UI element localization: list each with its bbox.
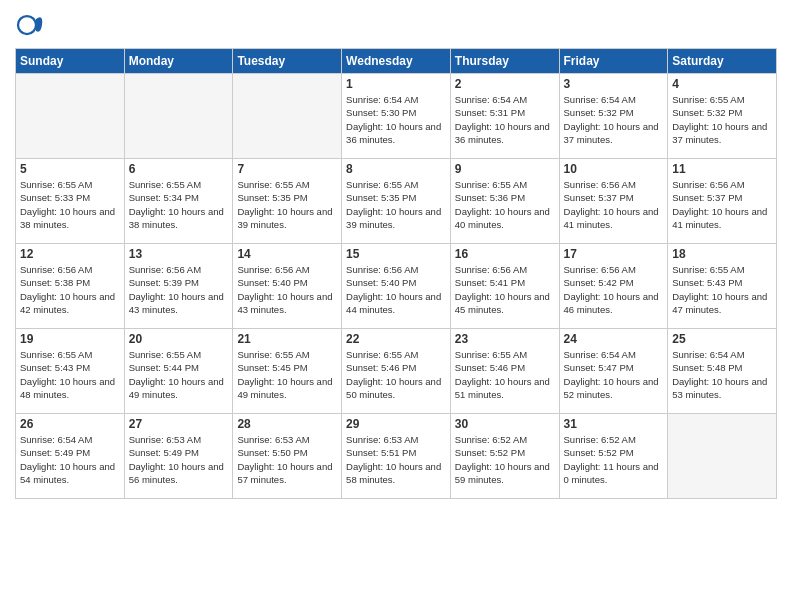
- calendar-cell: 23 Sunrise: 6:55 AMSunset: 5:46 PMDaylig…: [450, 329, 559, 414]
- day-number: 21: [237, 332, 337, 346]
- day-info: Sunrise: 6:54 AMSunset: 5:49 PMDaylight:…: [20, 433, 120, 486]
- day-number: 8: [346, 162, 446, 176]
- day-info: Sunrise: 6:55 AMSunset: 5:36 PMDaylight:…: [455, 178, 555, 231]
- day-number: 20: [129, 332, 229, 346]
- day-number: 14: [237, 247, 337, 261]
- calendar-cell: 16 Sunrise: 6:56 AMSunset: 5:41 PMDaylig…: [450, 244, 559, 329]
- day-number: 7: [237, 162, 337, 176]
- day-info: Sunrise: 6:55 AMSunset: 5:44 PMDaylight:…: [129, 348, 229, 401]
- calendar-cell: 12 Sunrise: 6:56 AMSunset: 5:38 PMDaylig…: [16, 244, 125, 329]
- day-info: Sunrise: 6:55 AMSunset: 5:45 PMDaylight:…: [237, 348, 337, 401]
- calendar-cell: 8 Sunrise: 6:55 AMSunset: 5:35 PMDayligh…: [342, 159, 451, 244]
- day-number: 2: [455, 77, 555, 91]
- day-info: Sunrise: 6:56 AMSunset: 5:40 PMDaylight:…: [237, 263, 337, 316]
- day-info: Sunrise: 6:55 AMSunset: 5:33 PMDaylight:…: [20, 178, 120, 231]
- day-info: Sunrise: 6:54 AMSunset: 5:32 PMDaylight:…: [564, 93, 664, 146]
- day-info: Sunrise: 6:56 AMSunset: 5:41 PMDaylight:…: [455, 263, 555, 316]
- weekday-header-thursday: Thursday: [450, 49, 559, 74]
- day-info: Sunrise: 6:55 AMSunset: 5:35 PMDaylight:…: [237, 178, 337, 231]
- day-number: 3: [564, 77, 664, 91]
- svg-point-0: [18, 16, 36, 34]
- calendar-cell: 25 Sunrise: 6:54 AMSunset: 5:48 PMDaylig…: [668, 329, 777, 414]
- calendar-cell: 11 Sunrise: 6:56 AMSunset: 5:37 PMDaylig…: [668, 159, 777, 244]
- day-number: 1: [346, 77, 446, 91]
- day-info: Sunrise: 6:55 AMSunset: 5:46 PMDaylight:…: [346, 348, 446, 401]
- day-number: 30: [455, 417, 555, 431]
- calendar-cell: 6 Sunrise: 6:55 AMSunset: 5:34 PMDayligh…: [124, 159, 233, 244]
- logo-icon: [15, 10, 45, 40]
- calendar-cell: 20 Sunrise: 6:55 AMSunset: 5:44 PMDaylig…: [124, 329, 233, 414]
- day-info: Sunrise: 6:56 AMSunset: 5:42 PMDaylight:…: [564, 263, 664, 316]
- calendar-cell: 22 Sunrise: 6:55 AMSunset: 5:46 PMDaylig…: [342, 329, 451, 414]
- day-number: 16: [455, 247, 555, 261]
- weekday-header-monday: Monday: [124, 49, 233, 74]
- day-number: 23: [455, 332, 555, 346]
- day-number: 26: [20, 417, 120, 431]
- day-number: 9: [455, 162, 555, 176]
- day-info: Sunrise: 6:56 AMSunset: 5:38 PMDaylight:…: [20, 263, 120, 316]
- calendar-cell: 31 Sunrise: 6:52 AMSunset: 5:52 PMDaylig…: [559, 414, 668, 499]
- week-row-4: 19 Sunrise: 6:55 AMSunset: 5:43 PMDaylig…: [16, 329, 777, 414]
- day-info: Sunrise: 6:54 AMSunset: 5:47 PMDaylight:…: [564, 348, 664, 401]
- calendar-cell: 19 Sunrise: 6:55 AMSunset: 5:43 PMDaylig…: [16, 329, 125, 414]
- page-container: SundayMondayTuesdayWednesdayThursdayFrid…: [0, 0, 792, 504]
- day-number: 29: [346, 417, 446, 431]
- day-info: Sunrise: 6:56 AMSunset: 5:37 PMDaylight:…: [564, 178, 664, 231]
- calendar-cell: 17 Sunrise: 6:56 AMSunset: 5:42 PMDaylig…: [559, 244, 668, 329]
- logo: [15, 10, 49, 40]
- calendar-cell: 10 Sunrise: 6:56 AMSunset: 5:37 PMDaylig…: [559, 159, 668, 244]
- calendar-cell: [668, 414, 777, 499]
- day-number: 24: [564, 332, 664, 346]
- day-info: Sunrise: 6:55 AMSunset: 5:43 PMDaylight:…: [20, 348, 120, 401]
- weekday-header-wednesday: Wednesday: [342, 49, 451, 74]
- day-info: Sunrise: 6:56 AMSunset: 5:40 PMDaylight:…: [346, 263, 446, 316]
- calendar-cell: 21 Sunrise: 6:55 AMSunset: 5:45 PMDaylig…: [233, 329, 342, 414]
- calendar-cell: 13 Sunrise: 6:56 AMSunset: 5:39 PMDaylig…: [124, 244, 233, 329]
- day-number: 28: [237, 417, 337, 431]
- day-number: 5: [20, 162, 120, 176]
- weekday-header-sunday: Sunday: [16, 49, 125, 74]
- day-number: 17: [564, 247, 664, 261]
- day-number: 4: [672, 77, 772, 91]
- day-info: Sunrise: 6:54 AMSunset: 5:48 PMDaylight:…: [672, 348, 772, 401]
- day-number: 18: [672, 247, 772, 261]
- day-info: Sunrise: 6:55 AMSunset: 5:34 PMDaylight:…: [129, 178, 229, 231]
- weekday-header-row: SundayMondayTuesdayWednesdayThursdayFrid…: [16, 49, 777, 74]
- day-number: 31: [564, 417, 664, 431]
- calendar-cell: 3 Sunrise: 6:54 AMSunset: 5:32 PMDayligh…: [559, 74, 668, 159]
- calendar-cell: 26 Sunrise: 6:54 AMSunset: 5:49 PMDaylig…: [16, 414, 125, 499]
- weekday-header-friday: Friday: [559, 49, 668, 74]
- day-number: 27: [129, 417, 229, 431]
- day-info: Sunrise: 6:55 AMSunset: 5:43 PMDaylight:…: [672, 263, 772, 316]
- day-number: 15: [346, 247, 446, 261]
- calendar-cell: 18 Sunrise: 6:55 AMSunset: 5:43 PMDaylig…: [668, 244, 777, 329]
- calendar-cell: 30 Sunrise: 6:52 AMSunset: 5:52 PMDaylig…: [450, 414, 559, 499]
- header: [15, 10, 777, 40]
- weekday-header-saturday: Saturday: [668, 49, 777, 74]
- calendar-table: SundayMondayTuesdayWednesdayThursdayFrid…: [15, 48, 777, 499]
- day-info: Sunrise: 6:54 AMSunset: 5:30 PMDaylight:…: [346, 93, 446, 146]
- week-row-3: 12 Sunrise: 6:56 AMSunset: 5:38 PMDaylig…: [16, 244, 777, 329]
- day-info: Sunrise: 6:56 AMSunset: 5:37 PMDaylight:…: [672, 178, 772, 231]
- calendar-cell: [233, 74, 342, 159]
- day-info: Sunrise: 6:52 AMSunset: 5:52 PMDaylight:…: [564, 433, 664, 486]
- day-info: Sunrise: 6:53 AMSunset: 5:51 PMDaylight:…: [346, 433, 446, 486]
- calendar-cell: 29 Sunrise: 6:53 AMSunset: 5:51 PMDaylig…: [342, 414, 451, 499]
- calendar-cell: [124, 74, 233, 159]
- day-info: Sunrise: 6:55 AMSunset: 5:46 PMDaylight:…: [455, 348, 555, 401]
- day-number: 19: [20, 332, 120, 346]
- day-number: 13: [129, 247, 229, 261]
- week-row-1: 1 Sunrise: 6:54 AMSunset: 5:30 PMDayligh…: [16, 74, 777, 159]
- calendar-cell: 27 Sunrise: 6:53 AMSunset: 5:49 PMDaylig…: [124, 414, 233, 499]
- calendar-cell: 14 Sunrise: 6:56 AMSunset: 5:40 PMDaylig…: [233, 244, 342, 329]
- day-info: Sunrise: 6:54 AMSunset: 5:31 PMDaylight:…: [455, 93, 555, 146]
- day-number: 25: [672, 332, 772, 346]
- day-number: 22: [346, 332, 446, 346]
- day-number: 10: [564, 162, 664, 176]
- calendar-cell: 24 Sunrise: 6:54 AMSunset: 5:47 PMDaylig…: [559, 329, 668, 414]
- day-number: 11: [672, 162, 772, 176]
- calendar-cell: 2 Sunrise: 6:54 AMSunset: 5:31 PMDayligh…: [450, 74, 559, 159]
- calendar-cell: [16, 74, 125, 159]
- week-row-2: 5 Sunrise: 6:55 AMSunset: 5:33 PMDayligh…: [16, 159, 777, 244]
- day-number: 12: [20, 247, 120, 261]
